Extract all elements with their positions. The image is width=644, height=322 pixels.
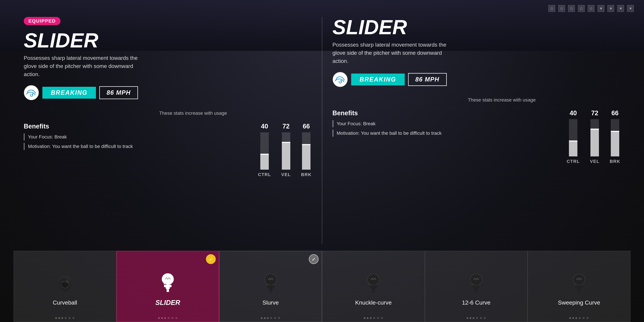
left-ctrl-value: 40 bbox=[261, 123, 268, 130]
svg-rect-21 bbox=[578, 290, 580, 292]
left-benefit-1: Your Focus: Break bbox=[24, 134, 248, 140]
right-bar-vel: 72 VEL bbox=[590, 110, 600, 164]
left-benefit-2: Motivation: You want the ball to be diff… bbox=[24, 143, 248, 150]
svg-rect-7 bbox=[164, 285, 172, 287]
slurve-checkmark: ✓ bbox=[309, 254, 318, 264]
right-vel-value: 72 bbox=[591, 110, 598, 117]
knuckle-curve-dots: ✕✕✕ bbox=[322, 316, 424, 320]
right-vel-bar bbox=[590, 119, 599, 156]
right-benefit-2: Motivation: You want the ball to be diff… bbox=[332, 130, 556, 137]
slider-name: SLIDER bbox=[156, 299, 180, 306]
left-benefits-title: Benefits bbox=[24, 123, 248, 130]
right-stats-area: Benefits Your Focus: Break Motivation: Y… bbox=[332, 110, 620, 164]
left-benefits: Benefits Your Focus: Break Motivation: Y… bbox=[24, 123, 248, 152]
slurve-icon bbox=[257, 269, 284, 296]
pitch-card-slider[interactable]: ✓ SLIDER ✕✕✕ bbox=[116, 251, 219, 322]
left-type-row: ↺ BREAKING 86 MPH bbox=[24, 85, 312, 100]
svg-rect-11 bbox=[268, 288, 273, 290]
right-type-row: ↺ BREAKING 86 MPH bbox=[332, 72, 620, 87]
left-vel-bar bbox=[282, 132, 290, 170]
slurve-name: Slurve bbox=[262, 299, 278, 306]
left-brk-bar bbox=[302, 132, 310, 170]
svg-rect-13 bbox=[370, 285, 377, 288]
left-bars: 40 CTRL 72 VEL bbox=[258, 123, 312, 177]
left-stats-area: Benefits Your Focus: Break Motivation: Y… bbox=[24, 123, 312, 177]
svg-rect-9 bbox=[166, 289, 169, 292]
left-ctrl-indicator bbox=[260, 154, 269, 155]
left-mph-badge: 86 MPH bbox=[99, 86, 138, 99]
svg-rect-16 bbox=[472, 285, 480, 288]
left-pitch-description: Possesses sharp lateral movement towards… bbox=[24, 54, 139, 78]
svg-text:↺: ↺ bbox=[30, 93, 34, 98]
svg-rect-19 bbox=[575, 285, 583, 288]
svg-rect-8 bbox=[166, 287, 170, 289]
main-content: EQUIPPED SLIDER Possesses sharp lateral … bbox=[0, 10, 644, 322]
right-brk-label: BRK bbox=[610, 159, 620, 164]
right-ctrl-label: CTRL bbox=[567, 159, 580, 164]
left-panel: EQUIPPED SLIDER Possesses sharp lateral … bbox=[14, 10, 322, 251]
right-pitch-title: SLIDER bbox=[332, 17, 620, 37]
left-stats-note: These stats increase with usage bbox=[74, 110, 312, 116]
pitch-card-12-6-curve[interactable]: 12-6 Curve ✕✕✕ bbox=[425, 251, 528, 322]
svg-rect-10 bbox=[267, 285, 274, 288]
12-6-curve-dots: ✕✕✕ bbox=[425, 316, 528, 320]
slurve-dots: ✕✕✕ bbox=[220, 316, 322, 320]
right-panel: SLIDER Possesses sharp lateral movement … bbox=[322, 10, 630, 251]
svg-rect-20 bbox=[577, 288, 581, 290]
12-6-curve-name: 12-6 Curve bbox=[462, 299, 490, 306]
left-pitch-icon: ↺ bbox=[24, 85, 39, 100]
right-benefits-title: Benefits bbox=[332, 110, 556, 117]
right-ctrl-indicator bbox=[569, 140, 578, 142]
left-brk-indicator bbox=[302, 144, 310, 145]
left-vel-label: VEL bbox=[281, 172, 291, 177]
left-brk-fill bbox=[302, 145, 310, 170]
right-ctrl-bar bbox=[569, 119, 578, 156]
left-ctrl-fill bbox=[260, 155, 269, 170]
panels-row: EQUIPPED SLIDER Possesses sharp lateral … bbox=[0, 10, 644, 251]
pitch-card-sweeping-curve[interactable]: Sweeping Curve ✕✕✕ bbox=[528, 251, 630, 322]
right-mph-badge: 86 MPH bbox=[408, 73, 447, 86]
right-brk-indicator bbox=[611, 131, 619, 132]
left-bar-ctrl: 40 CTRL bbox=[258, 123, 271, 177]
left-bar-vel: 72 VEL bbox=[281, 123, 291, 177]
slider-dots: ✕✕✕ bbox=[117, 316, 219, 320]
curveball-icon bbox=[51, 269, 78, 296]
pitch-card-knuckle-curve[interactable]: Knuckle-curve ✕✕✕ bbox=[322, 251, 425, 322]
pitch-card-curveball[interactable]: Curveball ✕✕✕ bbox=[14, 251, 116, 322]
right-bar-brk: 66 BRK bbox=[610, 110, 620, 164]
12-6-curve-icon bbox=[463, 269, 490, 296]
left-ctrl-label: CTRL bbox=[258, 172, 271, 177]
knuckle-curve-name: Knuckle-curve bbox=[355, 299, 392, 306]
left-bar-brk: 66 BRK bbox=[301, 123, 312, 177]
right-bars: 40 CTRL 72 VEL bbox=[567, 110, 620, 164]
right-type-badge: BREAKING bbox=[351, 74, 405, 86]
right-vel-indicator bbox=[590, 129, 599, 130]
right-brk-value: 66 bbox=[612, 110, 618, 117]
left-pitch-title: SLIDER bbox=[24, 30, 312, 50]
equipped-badge: EQUIPPED bbox=[24, 17, 60, 25]
right-brk-fill bbox=[611, 132, 619, 156]
left-brk-value: 66 bbox=[303, 123, 310, 130]
right-ctrl-value: 40 bbox=[570, 110, 577, 117]
svg-rect-12 bbox=[270, 290, 272, 292]
right-benefits: Benefits Your Focus: Break Motivation: Y… bbox=[332, 110, 556, 139]
curveball-name: Curveball bbox=[53, 299, 77, 306]
right-ctrl-fill bbox=[569, 142, 578, 156]
right-pitch-description: Possesses sharp lateral movement towards… bbox=[332, 41, 448, 65]
left-type-badge: BREAKING bbox=[42, 87, 96, 99]
svg-rect-15 bbox=[372, 290, 374, 292]
right-vel-label: VEL bbox=[590, 159, 600, 164]
pitch-selector: Curveball ✕✕✕ ✓ SLIDER bbox=[0, 251, 644, 322]
sweeping-curve-icon bbox=[566, 269, 593, 296]
right-vel-fill bbox=[590, 130, 599, 156]
slider-icon bbox=[154, 268, 181, 296]
pitch-card-slurve[interactable]: ✓ Slurve ✕✕✕ bbox=[219, 251, 322, 322]
left-vel-indicator bbox=[282, 142, 290, 143]
svg-rect-17 bbox=[474, 288, 478, 290]
left-vel-fill bbox=[282, 143, 290, 170]
right-stats-note: These stats increase with usage bbox=[383, 97, 620, 103]
curveball-dots: ✕✕✕ bbox=[14, 316, 116, 320]
right-pitch-icon: ↺ bbox=[332, 72, 348, 87]
right-benefit-1: Your Focus: Break bbox=[332, 120, 556, 127]
left-vel-value: 72 bbox=[282, 123, 290, 130]
